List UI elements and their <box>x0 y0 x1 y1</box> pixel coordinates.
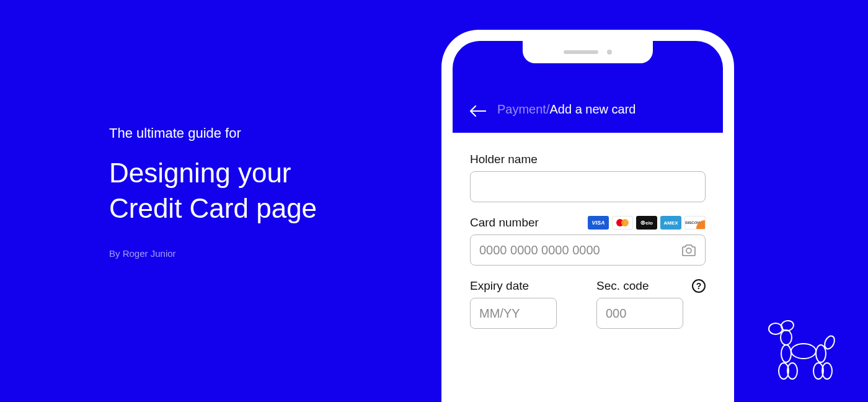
card-number-field: Card number VISA ⦿elo AMEX DISCOVER <box>470 216 706 266</box>
hero-eyebrow: The ultimate guide for <box>109 125 317 141</box>
breadcrumb-parent[interactable]: Payment <box>497 102 546 116</box>
help-icon[interactable]: ? <box>692 279 706 293</box>
card-form: Holder name Card number VISA ⦿elo <box>453 133 723 342</box>
card-number-label: Card number <box>470 216 539 230</box>
phone-mockup: Payment/Add a new card Holder name Card … <box>441 30 734 402</box>
expiry-placeholder: MM/YY <box>479 306 520 321</box>
svg-point-7 <box>791 344 816 359</box>
balloon-dog-icon <box>761 316 842 385</box>
phone-screen: Payment/Add a new card Holder name Card … <box>453 41 723 402</box>
hero-text: The ultimate guide for Designing your Cr… <box>109 125 317 259</box>
amex-logo: AMEX <box>660 216 681 230</box>
svg-point-0 <box>686 248 691 253</box>
visa-logo: VISA <box>588 216 609 230</box>
svg-point-4 <box>781 345 791 362</box>
sec-code-label: Sec. code <box>596 279 649 293</box>
discover-logo: DISCOVER <box>684 216 706 230</box>
svg-point-8 <box>816 345 826 362</box>
phone-notch <box>523 41 653 63</box>
notch-speaker <box>564 50 598 54</box>
sec-code-field: Sec. code ? 000 <box>596 279 706 329</box>
card-number-placeholder: 0000 0000 0000 0000 <box>479 243 600 257</box>
phone-frame: Payment/Add a new card Holder name Card … <box>441 30 734 402</box>
expiry-label: Expiry date <box>470 279 529 293</box>
elo-logo: ⦿elo <box>636 216 657 230</box>
breadcrumb: Payment/Add a new card <box>497 102 636 117</box>
notch-camera <box>607 50 612 55</box>
holder-name-label: Holder name <box>470 153 538 166</box>
hero-title: Designing your Credit Card page <box>109 155 317 226</box>
card-brand-logos: VISA ⦿elo AMEX DISCOVER <box>588 216 706 230</box>
hero-byline: By Roger Junior <box>109 248 317 259</box>
breadcrumb-current: Add a new card <box>550 102 636 116</box>
mastercard-logo <box>612 216 633 230</box>
expiry-input[interactable]: MM/YY <box>470 298 557 329</box>
svg-point-1 <box>769 323 782 334</box>
sec-code-input[interactable]: 000 <box>596 298 683 329</box>
holder-name-input[interactable] <box>470 171 706 202</box>
sec-code-placeholder: 000 <box>606 306 626 321</box>
expiry-field: Expiry date MM/YY <box>470 279 579 329</box>
svg-point-3 <box>781 330 792 345</box>
back-arrow-icon[interactable] <box>470 105 486 117</box>
camera-icon[interactable] <box>681 243 696 257</box>
card-number-input[interactable]: 0000 0000 0000 0000 <box>470 234 706 266</box>
holder-name-field: Holder name <box>470 153 706 202</box>
